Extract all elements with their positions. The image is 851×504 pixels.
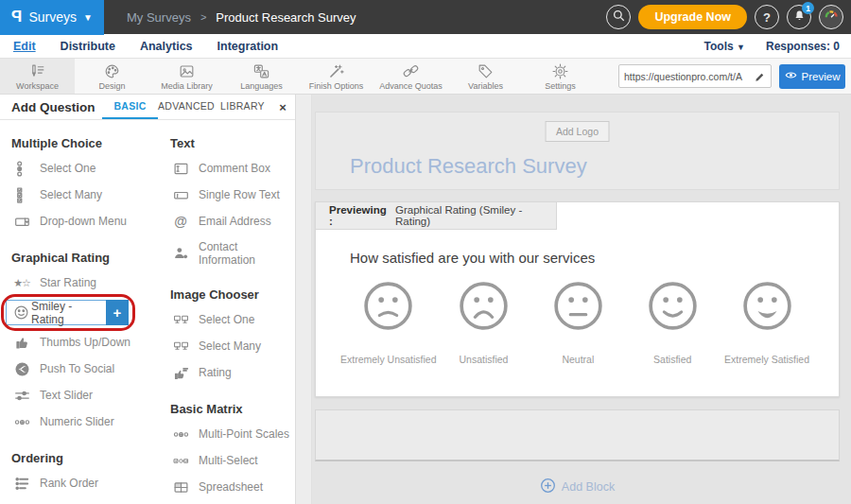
panel-scrollbar[interactable]: [296, 95, 312, 504]
nav-tab-distribute[interactable]: Distribute: [61, 40, 115, 53]
nav-tab-edit[interactable]: Edit: [13, 40, 36, 53]
smiley-option-label: Satisfied: [653, 354, 691, 365]
help-button[interactable]: ?: [755, 5, 779, 29]
breadcrumb-current: Product Research Survey: [216, 10, 356, 25]
smiley-neutral-icon: [552, 280, 604, 336]
survey-nav: EditDistributeAnalyticsIntegration Tools…: [0, 34, 851, 59]
question-text: How satisfied are you with our services: [350, 250, 595, 266]
question-type-column-1: Multiple ChoiceSelect OneSelect ManyDrop…: [11, 120, 170, 504]
image-rating-icon: [170, 365, 191, 381]
question-type-drop-down-menu[interactable]: Drop-down Menu: [11, 208, 170, 235]
question-type-smiley-rating-highlighted[interactable]: Smiley - Rating+: [6, 300, 129, 325]
toolbar-settings[interactable]: Settings: [523, 59, 598, 94]
responses-count[interactable]: Responses: 0: [766, 40, 840, 53]
nav-tab-integration[interactable]: Integration: [217, 40, 279, 53]
variables-icon: [477, 62, 495, 80]
smiley-option-label: Extremely Satisfied: [724, 354, 809, 365]
languages-icon: [252, 62, 270, 80]
question-type-constant-sum[interactable]: ΣConstant Sum: [11, 496, 170, 504]
toolbar-workspace[interactable]: Workspace: [0, 59, 75, 94]
smiley-option-label: Extremely Unsatisfied: [340, 354, 437, 365]
toolbar-advance-quotas[interactable]: Advance Quotas: [373, 59, 448, 94]
question-type-numeric-slider[interactable]: Numeric Slider: [11, 408, 170, 435]
question-type-select-many[interactable]: Select Many: [170, 333, 295, 359]
question-type-email-address[interactable]: @Email Address: [170, 208, 295, 235]
add-block-button[interactable]: Add Block: [312, 478, 842, 496]
top-bar: P Surveys ▼ My Surveys > Product Researc…: [0, 0, 851, 34]
question-type-multi-select[interactable]: Multi-Select: [170, 447, 295, 474]
dropdown-icon: [11, 214, 32, 230]
add-logo-button[interactable]: Add Logo: [545, 121, 610, 142]
product-switcher[interactable]: P Surveys ▼: [0, 0, 104, 35]
account-avatar[interactable]: [819, 5, 843, 29]
share-icon: [11, 361, 32, 377]
single-row-icon: [170, 187, 191, 203]
smiley-option-satisfied[interactable]: Satisfied: [625, 280, 720, 365]
smiley-option-neutral[interactable]: Neutral: [530, 280, 625, 365]
question-type-rating[interactable]: Rating: [170, 359, 295, 386]
question-type-push-to-social[interactable]: Push To Social: [11, 356, 170, 382]
panel-tab-basic[interactable]: BASIC: [102, 95, 158, 119]
smiley-icon: [10, 304, 31, 321]
nav-tab-analytics[interactable]: Analytics: [140, 40, 193, 53]
question-type-comment-box[interactable]: Comment Box: [170, 155, 295, 182]
previewing-value: Graphical Rating (Smiley - Rating): [395, 204, 556, 227]
toolbar-design[interactable]: Design: [75, 59, 149, 94]
comment-box-icon: [170, 161, 191, 177]
toolbar-languages[interactable]: Languages: [224, 59, 299, 94]
search-button[interactable]: [606, 5, 631, 29]
question-type-select-one[interactable]: Select One: [11, 155, 170, 182]
question-type-spreadsheet[interactable]: Spreadsheet: [170, 474, 295, 500]
question-type-select-many[interactable]: Select Many: [11, 182, 170, 208]
checkbox-list-icon: [11, 187, 32, 203]
preview-button[interactable]: Preview: [779, 64, 845, 89]
smiley-option-extremely-unsatisfied[interactable]: Extremely Unsatisfied: [340, 280, 437, 365]
rank-order-icon: [11, 476, 32, 492]
survey-url-field[interactable]: https://questionpro.com/t/A: [618, 64, 772, 88]
multi-point-icon: [170, 426, 191, 443]
survey-header-block[interactable]: Add Logo Product Research Survey: [315, 112, 840, 190]
question-type-star-rating[interactable]: ★☆Star Rating: [11, 269, 170, 296]
question-mark-icon: ?: [763, 10, 771, 25]
panel-tab-library[interactable]: LIBRARY: [215, 95, 270, 119]
image-select-icon: [170, 339, 191, 355]
breadcrumb-parent[interactable]: My Surveys: [127, 10, 191, 25]
search-icon: [612, 9, 626, 26]
question-type-text-slider[interactable]: Text Slider: [11, 382, 170, 408]
edit-url-icon[interactable]: [755, 71, 766, 82]
close-panel-button[interactable]: ×: [270, 95, 295, 119]
question-type-multi-point-scales[interactable]: Multi-Point Scales: [170, 421, 295, 447]
smiley-option-label: Unsatisfied: [460, 354, 509, 365]
smiley-option-extremely-satisfied[interactable]: Extremely Satisfied: [720, 280, 814, 365]
section-title-graphical-rating: Graphical Rating: [11, 251, 170, 265]
nav-tabs: EditDistributeAnalyticsIntegration: [0, 40, 278, 53]
circle-plus-icon: [540, 478, 556, 496]
question-type-rank-order[interactable]: Rank Order: [11, 470, 170, 496]
question-type-contact-information[interactable]: Contact Information: [170, 235, 295, 271]
add-question-panel: Add Question BASICADVANCEDLIBRARY × Mult…: [0, 95, 296, 504]
survey-title[interactable]: Product Research Survey: [350, 154, 587, 179]
section-title-multiple-choice: Multiple Choice: [11, 136, 170, 150]
question-type-thumbs-up-down[interactable]: Thumbs Up/Down: [11, 329, 170, 356]
tools-menu[interactable]: Tools ▼: [704, 40, 745, 53]
media-library-icon: [178, 62, 196, 80]
survey-toolbar: WorkspaceDesignMedia LibraryLanguagesFin…: [0, 59, 851, 95]
question-type-single-row-text[interactable]: Single Row Text: [170, 182, 295, 208]
panel-tab-advanced[interactable]: ADVANCED: [158, 95, 215, 119]
upgrade-now-button[interactable]: Upgrade Now: [638, 5, 747, 29]
notifications-button[interactable]: 1: [787, 5, 811, 29]
previewing-label: Previewing :: [329, 204, 391, 227]
toolbar-variables[interactable]: Variables: [448, 59, 523, 94]
add-question-plus-button[interactable]: +: [106, 300, 129, 325]
question-type-select-one[interactable]: Select One: [170, 306, 295, 333]
toolbar-media-library[interactable]: Media Library: [149, 59, 224, 94]
text-slider-icon: [11, 388, 32, 404]
advance-quotas-icon: [402, 62, 420, 80]
empty-block-placeholder[interactable]: [315, 409, 840, 461]
toolbar-finish-options[interactable]: Finish Options: [299, 59, 373, 94]
add-question-title: Add Question: [0, 95, 102, 119]
smiley-frown-deep-icon: [458, 280, 510, 336]
smiley-option-unsatisfied[interactable]: Unsatisfied: [437, 280, 531, 365]
question-type-column-2: TextComment BoxSingle Row Text@Email Add…: [170, 120, 295, 504]
smiley-option-label: Neutral: [562, 354, 594, 365]
